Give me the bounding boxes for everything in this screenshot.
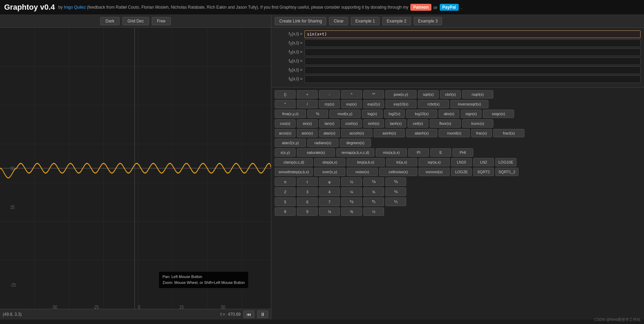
calc-btn-10-5[interactable]: ⅓ (385, 187, 406, 196)
calc-btn-3-5[interactable]: tanh(x) (385, 119, 406, 128)
calc-btn-2-3[interactable]: log(x) (362, 110, 383, 118)
calc-btn-8-6[interactable]: SQRT2 (473, 168, 494, 176)
calc-btn-3-4[interactable]: sinh(x) (363, 119, 384, 128)
calc-btn-0-0[interactable]: () (275, 90, 296, 99)
calc-btn-12-3[interactable]: ⅛ (319, 207, 340, 216)
calc-btn-0-4[interactable]: ** (363, 90, 384, 99)
calc-btn-12-0[interactable]: 8 (275, 207, 296, 216)
example1-button[interactable]: Example 1 (351, 17, 380, 25)
calc-btn-8-1[interactable]: over(x,y) (314, 168, 345, 176)
calc-btn-4-6[interactable]: round(x) (439, 129, 470, 137)
graph-canvas[interactable]: 50 25 -25 -50 -25 0 25 50 Pan: Left Mous… (0, 28, 271, 309)
clear-button[interactable]: Clear (329, 17, 348, 25)
calc-btn-6-2[interactable]: remap(a,b,x,c,d) (336, 148, 374, 157)
calc-btn-2-0[interactable]: fma(x,y,z) (275, 110, 306, 118)
rewind-button[interactable]: ⏮ (243, 311, 254, 318)
patreon-button[interactable]: Patreon (410, 4, 431, 11)
calc-btn-11-4[interactable]: ⅗ (363, 197, 384, 206)
calc-btn-9-4[interactable]: ⅓ (363, 177, 384, 186)
calc-btn-8-7[interactable]: SQRT1_2 (495, 168, 519, 176)
function-input-3[interactable] (305, 48, 641, 56)
calc-btn-1-1[interactable]: / (297, 100, 318, 108)
calc-btn-7-2[interactable]: lerp(a,b,x) (347, 158, 385, 166)
calc-btn-9-0[interactable]: π (275, 177, 296, 186)
calc-btn-7-3[interactable]: tri(a,x) (386, 158, 417, 166)
pause-button[interactable]: ⏸ (257, 311, 268, 318)
calc-btn-6-5[interactable]: E (430, 148, 451, 157)
calc-btn-2-4[interactable]: log2(x) (384, 110, 405, 118)
calc-btn-10-1[interactable]: 3 (297, 187, 318, 196)
calc-btn-1-6[interactable]: rcbrt(x) (418, 100, 449, 108)
calc-btn-2-2[interactable]: mod(x,y) (329, 110, 361, 118)
calc-btn-7-7[interactable]: LOG10E (495, 158, 516, 166)
calc-btn-3-3[interactable]: cosh(x) (341, 119, 362, 128)
calc-btn-3-0[interactable]: cos(x) (275, 119, 296, 128)
calc-btn-7-6[interactable]: LN2 (473, 158, 494, 166)
calc-btn-1-3[interactable]: exp(x) (341, 100, 362, 108)
calc-btn-6-6[interactable]: PHI (452, 148, 473, 157)
calc-btn-1-4[interactable]: exp2(x) (363, 100, 384, 108)
calc-btn-1-5[interactable]: exp10(x) (385, 100, 417, 108)
calc-btn-4-0[interactable]: acos(x) (275, 129, 296, 137)
create-link-button[interactable]: Create Link for Sharing (275, 17, 326, 25)
calc-btn-11-0[interactable]: 5 (275, 197, 296, 206)
calc-btn-12-1[interactable]: 9 (297, 207, 318, 216)
calc-btn-4-5[interactable]: atanh(x) (406, 129, 437, 137)
calc-btn-6-4[interactable]: PI (408, 148, 429, 157)
function-input-2[interactable] (305, 39, 641, 47)
calc-btn-12-4[interactable]: ⅜ (341, 207, 362, 216)
calc-btn-0-8[interactable]: rsqrt(x) (462, 90, 493, 99)
calc-btn-7-4[interactable]: sqr(a,x) (419, 158, 450, 166)
calc-btn-1-0[interactable]: * (275, 100, 296, 108)
calc-btn-8-0[interactable]: smoothstep(a,b,x) (275, 168, 313, 176)
calc-btn-3-6[interactable]: ceil(x) (408, 119, 428, 128)
calc-btn-0-3[interactable]: ^ (341, 90, 362, 99)
calc-btn-10-4[interactable]: ¾ (363, 187, 384, 196)
calc-btn-2-6[interactable]: abs(x) (439, 110, 459, 118)
calc-btn-12-5[interactable]: ½ (363, 207, 384, 216)
calc-btn-4-8[interactable]: fract(x) (493, 129, 524, 137)
calc-btn-11-3[interactable]: ⅔ (341, 197, 362, 206)
calc-btn-8-4[interactable]: voronoi(x) (419, 168, 450, 176)
calc-btn-2-7[interactable]: sign(x) (461, 110, 482, 118)
calc-btn-10-3[interactable]: ¼ (341, 187, 362, 196)
calc-btn-8-5[interactable]: LOG2E (451, 168, 472, 176)
calc-btn-4-2[interactable]: atan(x) (319, 129, 340, 137)
calc-btn-1-2[interactable]: rcp(x) (319, 100, 340, 108)
calc-btn-0-6[interactable]: sqrt(x) (418, 90, 439, 99)
calc-btn-8-3[interactable]: cellnoise(x) (379, 168, 417, 176)
calc-btn-11-1[interactable]: 6 (297, 197, 318, 206)
paypal-button[interactable]: PayPal (440, 4, 459, 11)
calc-btn-2-1[interactable]: % (307, 110, 328, 118)
calc-btn-7-1[interactable]: step(a,x) (314, 158, 345, 166)
calc-btn-6-0[interactable]: x(x,y) (275, 148, 296, 157)
function-input-4[interactable] (305, 57, 641, 65)
calc-btn-4-1[interactable]: asin(x) (297, 129, 318, 137)
calc-btn-11-2[interactable]: 7 (319, 197, 340, 206)
function-input-1[interactable] (305, 30, 641, 38)
calc-btn-7-5[interactable]: LN10 (451, 158, 472, 166)
free-button[interactable]: Free (152, 17, 171, 25)
calc-btn-2-5[interactable]: log10(x) (406, 110, 437, 118)
calc-btn-1-7[interactable]: inversesqrt(x) (450, 100, 488, 108)
example3-button[interactable]: Example 3 (414, 17, 442, 25)
calc-btn-0-2[interactable]: - (319, 90, 340, 99)
calc-btn-6-1[interactable]: saturate(x) (297, 148, 335, 157)
function-input-6[interactable] (305, 75, 641, 83)
calc-btn-3-2[interactable]: tan(x) (319, 119, 340, 128)
calc-btn-9-2[interactable]: φ (319, 177, 340, 186)
calc-btn-4-3[interactable]: acosh(x) (341, 129, 372, 137)
calc-btn-4-7[interactable]: frac(x) (471, 129, 492, 137)
calc-btn-5-2[interactable]: degrees(x) (340, 139, 371, 147)
calc-btn-8-2[interactable]: noise(x) (347, 168, 378, 176)
calc-btn-2-8[interactable]: ssign(x) (483, 110, 514, 118)
calc-btn-5-0[interactable]: atan2(x,y) (275, 139, 306, 147)
calc-btn-9-3[interactable]: ½ (341, 177, 362, 186)
calc-btn-3-1[interactable]: sin(x) (297, 119, 318, 128)
calc-btn-10-0[interactable]: 2 (275, 187, 296, 196)
calc-btn-10-2[interactable]: 4 (319, 187, 340, 196)
calc-btn-0-7[interactable]: cbrt(x) (440, 90, 461, 99)
example2-button[interactable]: Example 2 (382, 17, 411, 25)
author-link[interactable]: Inigo Quilez (64, 5, 86, 10)
calc-btn-0-1[interactable]: + (297, 90, 318, 99)
